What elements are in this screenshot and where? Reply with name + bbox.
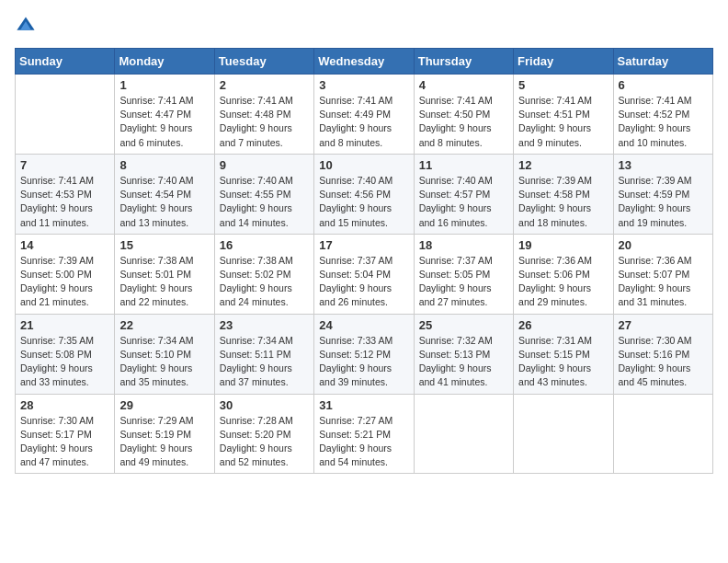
weekday-header-saturday: Saturday [613,49,712,75]
day-number: 8 [119,158,209,172]
day-number: 16 [220,238,309,252]
day-info: Sunrise: 7:40 AMSunset: 4:54 PMDaylight:… [119,174,209,230]
calendar-body: 1Sunrise: 7:41 AMSunset: 4:47 PMDaylight… [16,75,713,474]
calendar-cell: 31Sunrise: 7:27 AMSunset: 5:21 PMDayligh… [314,394,414,474]
calendar-cell: 7Sunrise: 7:41 AMSunset: 4:53 PMDaylight… [16,154,115,234]
day-number: 25 [419,318,508,332]
calendar-cell: 2Sunrise: 7:41 AMSunset: 4:48 PMDaylight… [214,75,313,155]
weekday-header-thursday: Thursday [414,49,513,75]
day-number: 9 [220,158,309,172]
day-number: 24 [319,318,408,332]
day-number: 3 [319,78,408,92]
day-info: Sunrise: 7:33 AMSunset: 5:12 PMDaylight:… [319,334,408,390]
day-number: 18 [419,238,508,252]
day-number: 21 [20,318,109,332]
day-number: 13 [619,158,708,172]
calendar-cell: 20Sunrise: 7:36 AMSunset: 5:07 PMDayligh… [613,234,712,314]
calendar-cell: 29Sunrise: 7:29 AMSunset: 5:19 PMDayligh… [115,394,214,474]
day-info: Sunrise: 7:30 AMSunset: 5:16 PMDaylight:… [619,334,708,390]
calendar-cell: 15Sunrise: 7:38 AMSunset: 5:01 PMDayligh… [115,234,214,314]
calendar-cell: 13Sunrise: 7:39 AMSunset: 4:59 PMDayligh… [613,154,712,234]
day-info: Sunrise: 7:40 AMSunset: 4:57 PMDaylight:… [419,174,508,230]
calendar-cell: 28Sunrise: 7:30 AMSunset: 5:17 PMDayligh… [16,394,115,474]
calendar-cell: 10Sunrise: 7:40 AMSunset: 4:56 PMDayligh… [314,154,414,234]
calendar-cell: 9Sunrise: 7:40 AMSunset: 4:55 PMDaylight… [214,154,313,234]
day-number: 15 [119,238,209,252]
day-info: Sunrise: 7:38 AMSunset: 5:02 PMDaylight:… [220,254,309,310]
calendar-week-1: 7Sunrise: 7:41 AMSunset: 4:53 PMDaylight… [16,154,713,234]
calendar-cell [414,394,513,474]
day-number: 19 [518,238,608,252]
weekday-header-monday: Monday [115,49,214,75]
calendar-cell: 16Sunrise: 7:38 AMSunset: 5:02 PMDayligh… [214,234,313,314]
calendar-cell: 26Sunrise: 7:31 AMSunset: 5:15 PMDayligh… [514,314,613,394]
logo-icon [15,15,37,37]
day-info: Sunrise: 7:37 AMSunset: 5:04 PMDaylight:… [319,254,408,310]
calendar-cell: 18Sunrise: 7:37 AMSunset: 5:05 PMDayligh… [414,234,513,314]
calendar-week-3: 21Sunrise: 7:35 AMSunset: 5:08 PMDayligh… [16,314,713,394]
day-info: Sunrise: 7:39 AMSunset: 5:00 PMDaylight:… [20,254,109,310]
day-info: Sunrise: 7:27 AMSunset: 5:21 PMDaylight:… [319,414,408,470]
calendar-cell: 25Sunrise: 7:32 AMSunset: 5:13 PMDayligh… [414,314,513,394]
calendar-cell: 24Sunrise: 7:33 AMSunset: 5:12 PMDayligh… [314,314,414,394]
calendar-cell: 19Sunrise: 7:36 AMSunset: 5:06 PMDayligh… [514,234,613,314]
calendar-cell: 3Sunrise: 7:41 AMSunset: 4:49 PMDaylight… [314,75,414,155]
day-info: Sunrise: 7:41 AMSunset: 4:47 PMDaylight:… [119,94,209,150]
day-info: Sunrise: 7:41 AMSunset: 4:53 PMDaylight:… [20,174,109,230]
calendar-cell [16,75,115,155]
day-number: 27 [619,318,708,332]
day-info: Sunrise: 7:40 AMSunset: 4:55 PMDaylight:… [220,174,309,230]
calendar-week-4: 28Sunrise: 7:30 AMSunset: 5:17 PMDayligh… [16,394,713,474]
weekday-header-friday: Friday [514,49,613,75]
day-number: 7 [20,158,109,172]
day-info: Sunrise: 7:32 AMSunset: 5:13 PMDaylight:… [419,334,508,390]
day-info: Sunrise: 7:39 AMSunset: 4:58 PMDaylight:… [518,174,608,230]
day-number: 31 [319,398,408,412]
day-info: Sunrise: 7:38 AMSunset: 5:01 PMDaylight:… [119,254,209,310]
day-info: Sunrise: 7:36 AMSunset: 5:07 PMDaylight:… [619,254,708,310]
day-info: Sunrise: 7:41 AMSunset: 4:52 PMDaylight:… [619,94,708,150]
calendar-cell: 5Sunrise: 7:41 AMSunset: 4:51 PMDaylight… [514,75,613,155]
day-info: Sunrise: 7:36 AMSunset: 5:06 PMDaylight:… [518,254,608,310]
calendar-cell: 27Sunrise: 7:30 AMSunset: 5:16 PMDayligh… [613,314,712,394]
day-number: 10 [319,158,408,172]
calendar-week-0: 1Sunrise: 7:41 AMSunset: 4:47 PMDaylight… [16,75,713,155]
calendar-header-row: SundayMondayTuesdayWednesdayThursdayFrid… [16,49,713,75]
day-info: Sunrise: 7:41 AMSunset: 4:51 PMDaylight:… [518,94,608,150]
page-header [15,15,713,37]
calendar-cell [613,394,712,474]
calendar-cell: 12Sunrise: 7:39 AMSunset: 4:58 PMDayligh… [514,154,613,234]
calendar-cell [514,394,613,474]
calendar-cell: 30Sunrise: 7:28 AMSunset: 5:20 PMDayligh… [214,394,313,474]
day-info: Sunrise: 7:31 AMSunset: 5:15 PMDaylight:… [518,334,608,390]
logo [15,15,40,37]
day-number: 4 [419,78,508,92]
day-number: 22 [119,318,209,332]
day-info: Sunrise: 7:28 AMSunset: 5:20 PMDaylight:… [220,414,309,470]
day-number: 17 [319,238,408,252]
day-number: 23 [220,318,309,332]
calendar-week-2: 14Sunrise: 7:39 AMSunset: 5:00 PMDayligh… [16,234,713,314]
day-number: 11 [419,158,508,172]
day-info: Sunrise: 7:41 AMSunset: 4:48 PMDaylight:… [220,94,309,150]
calendar-cell: 14Sunrise: 7:39 AMSunset: 5:00 PMDayligh… [16,234,115,314]
day-number: 29 [119,398,209,412]
day-info: Sunrise: 7:41 AMSunset: 4:49 PMDaylight:… [319,94,408,150]
day-number: 28 [20,398,109,412]
day-info: Sunrise: 7:40 AMSunset: 4:56 PMDaylight:… [319,174,408,230]
weekday-header-tuesday: Tuesday [214,49,313,75]
day-number: 14 [20,238,109,252]
day-info: Sunrise: 7:34 AMSunset: 5:10 PMDaylight:… [119,334,209,390]
calendar-cell: 8Sunrise: 7:40 AMSunset: 4:54 PMDaylight… [115,154,214,234]
day-number: 6 [619,78,708,92]
day-number: 12 [518,158,608,172]
calendar-cell: 4Sunrise: 7:41 AMSunset: 4:50 PMDaylight… [414,75,513,155]
day-info: Sunrise: 7:37 AMSunset: 5:05 PMDaylight:… [419,254,508,310]
calendar-cell: 17Sunrise: 7:37 AMSunset: 5:04 PMDayligh… [314,234,414,314]
day-number: 20 [619,238,708,252]
calendar-table: SundayMondayTuesdayWednesdayThursdayFrid… [15,48,713,474]
day-number: 26 [518,318,608,332]
day-info: Sunrise: 7:39 AMSunset: 4:59 PMDaylight:… [619,174,708,230]
day-info: Sunrise: 7:34 AMSunset: 5:11 PMDaylight:… [220,334,309,390]
calendar-cell: 11Sunrise: 7:40 AMSunset: 4:57 PMDayligh… [414,154,513,234]
